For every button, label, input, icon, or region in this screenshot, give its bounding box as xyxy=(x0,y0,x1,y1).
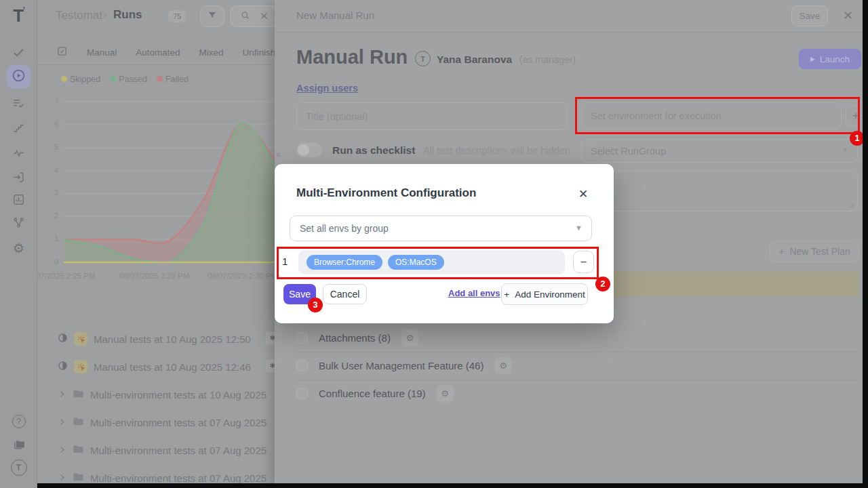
drag-handle-icon[interactable]: ≡ xyxy=(276,150,280,159)
runs-nav-active[interactable] xyxy=(7,65,31,89)
suite-gear-icon[interactable]: ⚙ xyxy=(437,385,454,402)
x-tick-1: 08/07/2025 2:25 PM xyxy=(25,272,106,280)
runs-count-badge: 75 xyxy=(168,10,186,22)
add-environment-button[interactable]: + Add Environment xyxy=(501,283,588,305)
chart-legend: Skipped Passed Failed xyxy=(61,75,189,84)
skipped-dot xyxy=(61,76,67,82)
runs-chart-svg xyxy=(41,95,275,264)
milestones-icon[interactable] xyxy=(0,121,37,134)
annotation-box-2 xyxy=(277,247,599,279)
settings-gear-icon[interactable]: ⚙ xyxy=(0,241,37,256)
plus-icon: + xyxy=(504,289,509,300)
title-input[interactable]: Title (optional) xyxy=(296,102,568,130)
owner-role: (as manager) xyxy=(519,54,576,65)
tab-automated[interactable]: Automated xyxy=(136,47,180,58)
play-icon: ▶ xyxy=(810,56,815,62)
toggle-knob xyxy=(298,144,309,156)
tabs-divider xyxy=(37,64,275,65)
tab-mixed[interactable]: Mixed xyxy=(199,47,224,58)
help-icon[interactable]: ? xyxy=(0,415,37,428)
folder-icon xyxy=(73,443,84,457)
suite-gear-icon[interactable]: ⚙ xyxy=(401,329,418,346)
suite-row[interactable]: Attachments (8) ⚙ xyxy=(296,324,859,352)
modal-cancel-button[interactable]: Cancel xyxy=(323,284,367,304)
run-type-tabs: Manual Automated Mixed Unfinished xyxy=(37,41,275,64)
projects-icon[interactable] xyxy=(0,438,37,451)
runs-panel: Testomat › Runs 75 ✕ Manual Automated Mi… xyxy=(37,0,275,488)
checklist-hint: All test descriptions will be hidden xyxy=(423,145,570,156)
run-list-item[interactable]: Manual tests at 10 Aug 2025 12:46 xyxy=(58,359,251,374)
breadcrumb-runs[interactable]: Runs xyxy=(113,8,142,22)
run-group-item[interactable]: Multi-environment tests at 07 Aug 2025 xyxy=(58,443,267,458)
plus-icon: + xyxy=(778,246,784,257)
play-circle-icon xyxy=(12,68,26,85)
testomat-logo[interactable]: T' xyxy=(0,5,37,26)
description-textarea[interactable] xyxy=(581,171,858,211)
breadcrumb-brand[interactable]: Testomat xyxy=(56,9,102,22)
multi-env-modal: Multi-Environment Configuration ✕ Set al… xyxy=(275,164,614,323)
import-icon[interactable] xyxy=(0,171,37,184)
manual-run-icon xyxy=(74,360,87,373)
drawer-close-icon[interactable]: ✕ xyxy=(843,8,853,23)
chevron-right-icon[interactable] xyxy=(58,472,66,484)
launch-button[interactable]: ▶ Launch xyxy=(799,49,861,69)
modal-title: Multi-Environment Configuration xyxy=(296,186,476,200)
annotation-badge-2: 2 xyxy=(595,277,610,291)
new-test-plan-button[interactable]: + New Test Plan xyxy=(770,241,859,262)
app-screen: Testomat › Runs 75 ✕ Manual Automated Mi… xyxy=(0,0,868,488)
tab-manual[interactable]: Manual xyxy=(87,47,117,58)
search-icon xyxy=(240,10,250,23)
suite-checkbox[interactable] xyxy=(296,332,308,344)
add-all-envs-link[interactable]: Add all envs xyxy=(448,288,500,298)
profile-avatar[interactable]: T xyxy=(0,460,37,476)
folder-icon xyxy=(73,388,84,401)
reports-icon[interactable] xyxy=(0,193,37,206)
annotation-badge-3: 3 xyxy=(308,298,323,312)
chevron-right-icon[interactable] xyxy=(58,417,66,428)
run-group-item[interactable]: Multi-environment tests at 07 Aug 2025 xyxy=(58,415,267,430)
filter-button[interactable] xyxy=(200,5,224,27)
folder-icon xyxy=(73,471,84,485)
legend-skipped: Skipped xyxy=(61,75,100,84)
runs-chart xyxy=(41,95,275,264)
right-edge-bar xyxy=(863,0,868,488)
assign-users-link[interactable]: Assign users xyxy=(296,83,358,94)
test-plans-icon[interactable] xyxy=(0,97,37,110)
run-as-checklist-toggle[interactable] xyxy=(296,143,322,157)
env-group-select[interactable]: Set all envs by group ▼ xyxy=(290,216,592,241)
x-tick-3: 08/07/2025 2:30 PM xyxy=(208,272,278,280)
owner-name: Yana Baranova xyxy=(437,54,512,66)
manual-run-icon xyxy=(74,332,87,346)
run-list-item[interactable]: Manual tests at 10 Aug 2025 12:50 xyxy=(58,331,251,346)
drawer-save-button[interactable]: Save xyxy=(791,5,828,26)
modal-close-icon[interactable]: ✕ xyxy=(578,187,588,201)
progress-pie-icon xyxy=(58,333,68,345)
progress-pie-icon xyxy=(58,361,68,373)
header-divider xyxy=(275,32,863,33)
owner-avatar: T xyxy=(415,51,431,66)
suite-checkbox[interactable] xyxy=(296,388,308,399)
x-tick-2: 08/07/2025 2:28 PM xyxy=(119,272,190,280)
chevron-right-icon[interactable] xyxy=(58,389,66,401)
run-group-item[interactable]: Multi-environment tests at 10 Aug 2025 xyxy=(58,387,267,402)
page-title: Manual Run xyxy=(296,46,408,68)
pulse-icon[interactable] xyxy=(0,146,37,159)
suite-row[interactable]: Bulk User Management Feature (46) ⚙ xyxy=(296,352,859,380)
folder-icon xyxy=(73,415,84,429)
bottom-edge-bar xyxy=(37,483,868,488)
nav-rail: T' ⚙ ? T xyxy=(0,0,37,488)
clear-search-icon[interactable]: ✕ xyxy=(260,10,269,22)
caret-down-icon: ▼ xyxy=(842,146,849,154)
annotation-box-1 xyxy=(575,97,860,134)
rungroup-select[interactable]: Select RunGroup ▼ xyxy=(581,139,858,163)
checklist-label: Run as checklist xyxy=(332,144,415,157)
branch-icon[interactable] xyxy=(0,216,37,229)
suite-gear-icon[interactable]: ⚙ xyxy=(494,357,511,374)
funnel-icon xyxy=(208,10,217,22)
suite-row[interactable]: Confluence feature (19) ⚙ xyxy=(296,380,859,407)
tests-check-icon[interactable] xyxy=(0,46,37,59)
suite-checkbox[interactable] xyxy=(296,360,308,371)
chevron-right-icon[interactable] xyxy=(58,445,66,456)
resize-handle-icon[interactable] xyxy=(847,201,855,209)
multiselect-icon[interactable] xyxy=(56,45,68,59)
